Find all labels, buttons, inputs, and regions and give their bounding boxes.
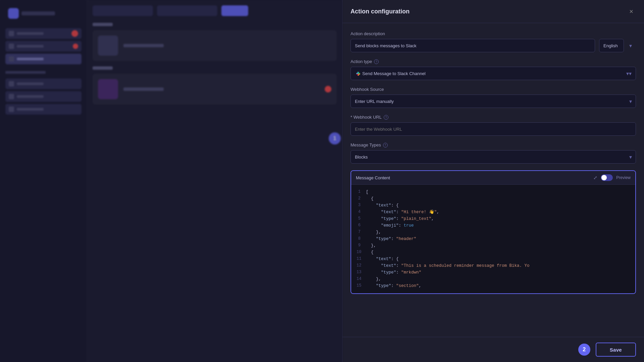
code-editor[interactable]: 1 [ 2 { 3 "text": { 4 "text": "Hi there!…: [351, 185, 635, 293]
webhook-source-label: Webhook Source: [351, 87, 636, 92]
code-line: 7 },: [351, 229, 635, 236]
item-icon: [9, 31, 14, 36]
item-icon: [9, 94, 14, 99]
item-icon: [9, 81, 14, 86]
flow-node-text: [123, 44, 164, 47]
message-content-editor: Message Content ⤢ Preview 1 [ 2 { 3: [351, 170, 636, 294]
message-types-section: Message Types ? Blocks Text Markdown: [351, 142, 636, 164]
code-line: 15 "type": "section",: [351, 283, 635, 289]
webhook-url-info-icon[interactable]: ?: [384, 115, 388, 120]
close-button[interactable]: ×: [627, 7, 636, 16]
flow-card-1: [93, 30, 337, 61]
editor-controls: ⤢ Preview: [593, 174, 631, 181]
sidebar-item-1: [5, 28, 82, 39]
action-description-label: Action description: [351, 31, 636, 36]
item-icon: [9, 107, 14, 112]
sidebar-item-2: [5, 41, 82, 52]
action-description-input[interactable]: [351, 39, 595, 52]
webhook-source-section: Webhook Source Enter URL manually: [351, 87, 636, 108]
action-description-row: English Chinese French Spanish: [351, 39, 636, 52]
editor-header: Message Content ⤢ Preview: [351, 171, 635, 185]
message-types-select-wrapper: Blocks Text Markdown: [351, 150, 636, 164]
code-line: 13 "type": "mrkdwn": [351, 269, 635, 276]
language-select-wrapper: English Chinese French Spanish: [599, 39, 636, 52]
action-type-info-icon[interactable]: ?: [374, 59, 379, 64]
slack-icon: [355, 70, 361, 76]
badge: [71, 30, 78, 37]
top-bar: [93, 5, 337, 16]
code-line: 8 "type": "header": [351, 236, 635, 242]
panel-header: Action configuration ×: [342, 0, 644, 23]
flow-node-2: [98, 79, 118, 99]
canvas-area: [87, 0, 342, 362]
code-line: 5 "type": "plain_text",: [351, 216, 635, 222]
code-line: 2 {: [351, 195, 635, 202]
sidebar-item-4: [5, 78, 82, 89]
top-bar-item-1: [93, 5, 153, 16]
panel-footer: 2 Save: [342, 337, 644, 362]
sidebar-item-6: [5, 104, 82, 115]
flow-section-label: [93, 23, 113, 26]
action-type-label: Action type ?: [351, 59, 636, 64]
app-name: [21, 11, 55, 15]
action-type-section: Action type ? S: [351, 59, 636, 80]
item-label: [17, 45, 44, 48]
section-label: [5, 71, 46, 74]
action-type-select[interactable]: Send Message to Slack Channel: [362, 71, 626, 76]
code-line: 4 "text": "Hi there! 👋",: [351, 209, 635, 216]
item-label: [17, 108, 44, 111]
code-line: 10 {: [351, 249, 635, 256]
preview-toggle[interactable]: [601, 174, 613, 181]
app-logo: [8, 8, 19, 19]
webhook-url-section: * Webhook URL ?: [351, 115, 636, 136]
webhook-source-select[interactable]: Enter URL manually: [351, 95, 636, 108]
panel-body: Action description English Chinese Frenc…: [342, 23, 644, 337]
expand-icon[interactable]: ⤢: [593, 175, 597, 180]
save-button[interactable]: Save: [596, 343, 636, 357]
webhook-source-select-wrapper: Enter URL manually: [351, 95, 636, 108]
code-line: 11 "text": {: [351, 256, 635, 262]
badge: [73, 44, 78, 49]
webhook-url-label: * Webhook URL ?: [351, 115, 636, 120]
item-icon: [9, 44, 14, 49]
language-select[interactable]: English Chinese French Spanish: [599, 39, 624, 52]
flow-card-2: [93, 74, 337, 105]
action-type-select-wrapper: Send Message to Slack Channel ▾: [351, 67, 636, 80]
panel-title: Action configuration: [351, 8, 410, 15]
top-bar-item-2: [157, 5, 217, 16]
code-line: 6 "emoji": true: [351, 222, 635, 229]
item-label: [17, 95, 44, 98]
item-icon: [9, 56, 14, 62]
flow-node-1: [98, 36, 118, 56]
step-badge-1: 1: [329, 132, 341, 144]
action-description-section: Action description English Chinese Frenc…: [351, 31, 636, 52]
message-types-label: Message Types ?: [351, 142, 636, 147]
chevron-down-icon: ▾: [626, 70, 629, 77]
step-badge-2: 2: [578, 344, 590, 356]
webhook-url-input[interactable]: [351, 122, 636, 136]
preview-label: Preview: [616, 175, 631, 180]
message-types-select[interactable]: Blocks Text Markdown: [351, 150, 636, 164]
code-line: 9 },: [351, 242, 635, 249]
main-canvas: 1: [0, 0, 342, 362]
message-types-info-icon[interactable]: ?: [383, 143, 388, 147]
item-label: [17, 32, 44, 35]
sidebar-item-5: [5, 91, 82, 102]
sidebar: [0, 0, 87, 362]
code-line: 12 "text": "This is a scheduled reminder…: [351, 262, 635, 269]
sidebar-header: [5, 5, 82, 21]
sidebar-item-3: [5, 54, 82, 64]
top-bar-btn: [221, 5, 248, 16]
code-line: 1 [: [351, 189, 635, 195]
error-badge: [325, 86, 331, 93]
flow-node-text-2: [123, 87, 164, 91]
action-config-panel: Action configuration × Action descriptio…: [342, 0, 644, 362]
editor-title: Message Content: [356, 175, 390, 180]
flow-section-label-2: [93, 66, 113, 70]
item-label: [17, 82, 44, 85]
code-line: 3 "text": {: [351, 202, 635, 209]
item-label: [17, 58, 44, 60]
code-line: 14 },: [351, 276, 635, 283]
